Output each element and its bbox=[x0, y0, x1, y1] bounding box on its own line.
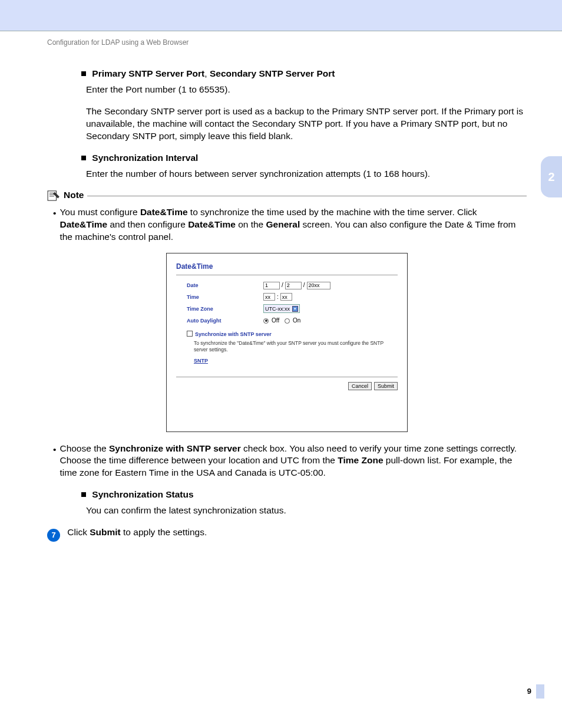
date-year-input[interactable] bbox=[307, 282, 330, 289]
note-header: Note bbox=[47, 189, 527, 202]
label-time: Time bbox=[187, 294, 263, 301]
note-label: Note bbox=[64, 189, 84, 202]
footer-spacer bbox=[47, 542, 527, 707]
page-number-box: 9 bbox=[527, 684, 544, 699]
chapter-number: 2 bbox=[548, 170, 554, 184]
t: Choose the bbox=[59, 443, 109, 453]
row-autodaylight: Auto Daylight Off On bbox=[187, 317, 398, 325]
heading-sync-status: Synchronization Status bbox=[81, 489, 527, 501]
chapter-tab: 2 bbox=[541, 156, 562, 197]
sntp-link[interactable]: SNTP bbox=[194, 358, 208, 364]
time-min-input[interactable] bbox=[280, 293, 292, 301]
radio-off-label: Off bbox=[272, 317, 279, 325]
dialog-rule bbox=[176, 275, 398, 275]
date-month-input[interactable] bbox=[263, 282, 280, 289]
sync-checkbox-row: Synchronize with SNTP server bbox=[187, 331, 398, 338]
sync-checkbox[interactable] bbox=[187, 331, 193, 337]
note-rule bbox=[87, 196, 527, 196]
t: Date&Time bbox=[140, 207, 188, 217]
radio-off[interactable] bbox=[263, 318, 269, 324]
heading-text: Synchronization Interval bbox=[92, 153, 198, 163]
radio-on-label: On bbox=[293, 317, 300, 325]
row-date: Date / / bbox=[187, 281, 398, 289]
page-number: 9 bbox=[527, 687, 531, 696]
dialog-buttons: Cancel Submit bbox=[176, 382, 398, 390]
heading-sep: , bbox=[204, 68, 210, 78]
note-bullet-2-text: Choose the Synchronize with SNTP server … bbox=[59, 443, 527, 480]
label-date: Date bbox=[187, 282, 263, 289]
page-marker bbox=[536, 684, 544, 699]
t: Submit bbox=[90, 527, 121, 537]
sync-interval-p1: Enter the number of hours between server… bbox=[86, 168, 527, 180]
label-autodaylight: Auto Daylight bbox=[187, 317, 263, 324]
time-fields: : bbox=[263, 293, 292, 301]
breadcrumb: Configuration for LDAP using a Web Brows… bbox=[47, 38, 527, 47]
screenshot-container: Date&Time Date / / Time bbox=[47, 253, 527, 431]
t: to apply the settings. bbox=[121, 527, 207, 537]
time-sep: : bbox=[277, 293, 279, 301]
sync-checkbox-label: Synchronize with SNTP server bbox=[195, 331, 272, 337]
t: General bbox=[266, 219, 300, 229]
sntp-port-p1: Enter the Port number (1 to 65535). bbox=[86, 84, 527, 96]
dialog-footer-rule bbox=[176, 377, 398, 377]
chevron-down-icon: ▾ bbox=[292, 306, 298, 312]
t: Synchronize with SNTP server bbox=[109, 443, 241, 453]
date-sep: / bbox=[282, 281, 283, 289]
t: Click bbox=[67, 527, 90, 537]
content: Primary SNTP Server Port, Secondary SNTP… bbox=[47, 68, 527, 707]
date-day-input[interactable] bbox=[285, 282, 302, 289]
label-timezone: Time Zone bbox=[187, 305, 263, 312]
sync-status-p1: You can confirm the latest synchronizati… bbox=[86, 505, 527, 517]
row-timezone: Time Zone UTC-xx:xx ▾ bbox=[187, 304, 398, 313]
header-band bbox=[0, 0, 562, 31]
page-body: 2 Configuration for LDAP using a Web Bro… bbox=[0, 38, 562, 707]
t: Time Zone bbox=[338, 455, 383, 465]
row-time: Time : bbox=[187, 293, 398, 301]
bullet-dot-icon: • bbox=[53, 443, 56, 480]
note-bullet-1-text: You must configure Date&Time to synchron… bbox=[59, 206, 527, 243]
cancel-button[interactable]: Cancel bbox=[348, 382, 372, 390]
bullet-dot-icon: • bbox=[53, 206, 56, 243]
step-7: 7 Click Submit to apply the settings. bbox=[47, 526, 527, 542]
submit-button[interactable]: Submit bbox=[374, 382, 398, 390]
radio-on[interactable] bbox=[285, 318, 290, 324]
timezone-value: UTC-xx:xx bbox=[265, 305, 290, 312]
t: You must configure bbox=[59, 207, 140, 217]
heading-sync-interval: Synchronization Interval bbox=[81, 152, 527, 164]
autodaylight-radios: Off On bbox=[263, 317, 300, 325]
step-7-text: Click Submit to apply the settings. bbox=[67, 527, 207, 537]
heading-text: Synchronization Status bbox=[92, 489, 193, 499]
heading-text-b: Secondary SNTP Server Port bbox=[210, 68, 335, 78]
heading-text-a: Primary SNTP Server Port bbox=[92, 68, 204, 78]
step-number-badge: 7 bbox=[47, 529, 60, 542]
dialog-title: Date&Time bbox=[176, 262, 398, 271]
note-icon bbox=[47, 190, 60, 201]
note-bullet-1: • You must configure Date&Time to synchr… bbox=[53, 206, 527, 243]
note-bullet-2: • Choose the Synchronize with SNTP serve… bbox=[53, 443, 527, 480]
header-rule bbox=[0, 31, 562, 31]
square-bullet-icon bbox=[81, 492, 86, 497]
t: Date&Time bbox=[59, 219, 107, 229]
t: Date&Time bbox=[188, 219, 236, 229]
sync-note: To synchronize the "Date&Time" with your… bbox=[194, 340, 398, 353]
t: and then configure bbox=[107, 219, 188, 229]
square-bullet-icon bbox=[81, 156, 86, 160]
t: to synchronize the time used by the mach… bbox=[188, 207, 477, 217]
t: on the bbox=[236, 219, 266, 229]
date-sep: / bbox=[303, 281, 305, 289]
date-fields: / / bbox=[263, 281, 330, 289]
time-hour-input[interactable] bbox=[263, 293, 275, 301]
square-bullet-icon bbox=[81, 71, 86, 76]
heading-sntp-port: Primary SNTP Server Port, Secondary SNTP… bbox=[81, 68, 527, 80]
timezone-select[interactable]: UTC-xx:xx ▾ bbox=[263, 304, 300, 313]
date-time-dialog: Date&Time Date / / Time bbox=[166, 253, 408, 431]
sntp-port-p2: The Secondary SNTP server port is used a… bbox=[86, 106, 527, 143]
